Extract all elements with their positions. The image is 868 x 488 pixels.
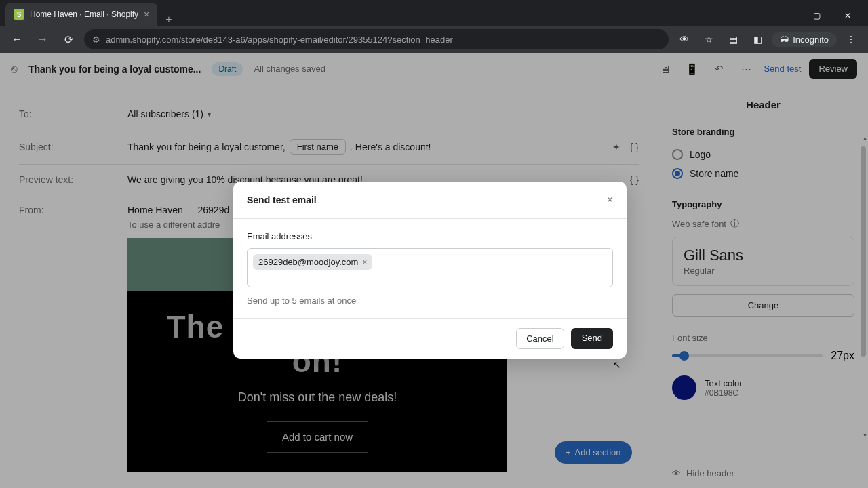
browser-tab[interactable]: S Home Haven · Email · Shopify ×	[5, 3, 157, 26]
send-test-modal: Send test email × Email addresses 26929d…	[233, 182, 627, 359]
send-button[interactable]: Send	[571, 328, 613, 349]
star-icon[interactable]: ☆	[698, 29, 719, 49]
close-icon[interactable]: ×	[144, 9, 149, 20]
window-controls: ─ ▢ ✕	[770, 5, 863, 26]
incognito-label: Incognito	[793, 35, 829, 45]
incognito-chip[interactable]: 🕶 Incognito	[772, 32, 837, 47]
remove-chip-icon[interactable]: ×	[362, 258, 367, 267]
new-tab-button[interactable]: +	[157, 14, 180, 26]
url-bar[interactable]: ⚙ admin.shopify.com/store/de8143-a6/apps…	[84, 29, 669, 49]
browser-toolbar: ← → ⟳ ⚙ admin.shopify.com/store/de8143-a…	[0, 26, 868, 53]
maximize-icon[interactable]: ▢	[802, 5, 831, 26]
site-settings-icon[interactable]: ⚙	[92, 35, 100, 45]
forward-icon[interactable]: →	[33, 29, 53, 49]
tab-title: Home Haven · Email · Shopify	[30, 9, 138, 19]
email-addresses-input[interactable]: 26929deb@moodjoy.com ×	[247, 248, 613, 287]
extensions-icon[interactable]: ▤	[723, 29, 743, 49]
menu-icon[interactable]: ⋮	[841, 29, 861, 49]
eye-off-icon[interactable]: 👁	[674, 29, 694, 49]
modal-hint: Send up to 5 emails at once	[247, 296, 613, 306]
minimize-icon[interactable]: ─	[770, 5, 800, 26]
app-container: ⎋ Thank you for being a loyal custome...…	[0, 53, 868, 488]
incognito-icon: 🕶	[780, 35, 789, 45]
reload-icon[interactable]: ⟳	[58, 29, 79, 49]
close-icon[interactable]: ×	[607, 194, 613, 206]
back-icon[interactable]: ←	[7, 29, 27, 49]
url-text: admin.shopify.com/store/de8143-a6/apps/s…	[106, 35, 453, 45]
email-addresses-label: Email addresses	[247, 231, 613, 241]
modal-title: Send test email	[247, 195, 317, 205]
email-chip: 26929deb@moodjoy.com ×	[253, 254, 372, 270]
close-window-icon[interactable]: ✕	[833, 5, 863, 26]
cancel-button[interactable]: Cancel	[516, 328, 564, 349]
browser-tab-strip: S Home Haven · Email · Shopify × + ─ ▢ ✕	[0, 0, 868, 26]
shopify-favicon-icon: S	[14, 9, 24, 20]
sidepanel-icon[interactable]: ◧	[747, 29, 768, 49]
